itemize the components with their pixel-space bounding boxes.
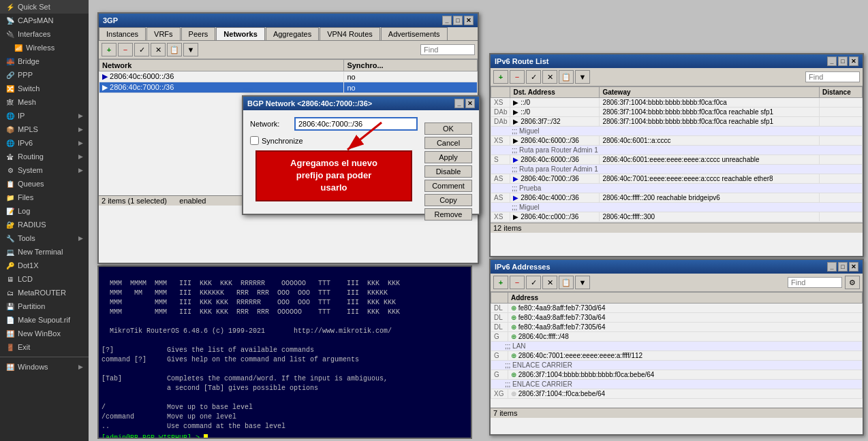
table-row[interactable]: XS ▶ 2806:40c:6000::/36 2806:40c:6001::a…	[491, 136, 863, 146]
synchronize-checkbox[interactable]	[250, 136, 259, 145]
remove-button[interactable]: Remove	[424, 208, 472, 220]
addr-cross-button[interactable]: ✕	[542, 276, 557, 289]
comment-button[interactable]: Comment	[424, 180, 472, 192]
sidebar-item-quick-set[interactable]: ⚡ Quick Set	[0, 0, 89, 14]
sidebar-item-lcd[interactable]: 🖥 LCD	[0, 272, 89, 286]
sidebar-item-files[interactable]: 📁 Files	[0, 191, 89, 204]
table-row[interactable]: AS ▶ 2806:40c:4000::/36 2806:40c:ffff::2…	[491, 193, 863, 203]
addr-add-button[interactable]: +	[493, 276, 508, 289]
sidebar-item-make-supout[interactable]: 📄 Make Supout.rif	[0, 313, 89, 327]
ipv6-minimize-button[interactable]: _	[827, 56, 837, 66]
bgp-dialog-minimize[interactable]: _	[454, 99, 464, 108]
sidebar-item-wireless[interactable]: 📶 Wireless	[0, 41, 89, 54]
sidebar-item-queues[interactable]: 📋 Queues	[0, 177, 89, 191]
bgp-minimize-button[interactable]: _	[442, 16, 452, 25]
addr-settings-button[interactable]: ⚙	[845, 276, 860, 289]
wireless-icon: 📶	[14, 43, 23, 52]
add-button[interactable]: +	[102, 43, 117, 56]
table-row[interactable]: XG ⊕ 2806:3f7:1004::f0ca:bebe/64	[491, 389, 863, 399]
synchronize-area: Synchronize	[250, 136, 418, 145]
ipv6-copy-button[interactable]: 📋	[559, 70, 574, 84]
addr-maximize-button[interactable]: □	[838, 262, 848, 272]
sidebar-item-interfaces[interactable]: 🔌 Interfaces	[0, 27, 89, 41]
table-row[interactable]: XS ▶ 2806:40c:c000::/36 2806:40c:ffff::3…	[491, 212, 863, 222]
table-row[interactable]: G ⊕ 2806:40c:7001:eeee:eeee:eeee:a:ffff/…	[491, 351, 863, 361]
filter-button[interactable]: ▼	[183, 43, 198, 56]
table-row[interactable]: G ⊕ 2806:3f7:1004:bbbb:bbbb:bbbb:f0ca:be…	[491, 370, 863, 380]
sidebar-item-bridge[interactable]: 🌉 Bridge	[0, 54, 89, 68]
sidebar-item-mpls[interactable]: 📦 MPLS ▶	[0, 122, 89, 136]
ipv6-maximize-button[interactable]: □	[838, 56, 848, 66]
sidebar-item-new-terminal[interactable]: 💻 New Terminal	[0, 245, 89, 259]
table-row[interactable]: ▶ 2806:40c:6000::/36 no	[99, 71, 478, 82]
sidebar-item-radius[interactable]: 🔐 RADIUS	[0, 218, 89, 231]
addr-check-button[interactable]: ✓	[526, 276, 541, 289]
ipv6-check-button[interactable]: ✓	[526, 70, 541, 84]
sidebar-item-switch[interactable]: 🔀 Switch	[0, 82, 89, 95]
copy-button[interactable]: 📋	[167, 43, 182, 56]
sidebar-item-tools[interactable]: 🔧 Tools ▶	[0, 231, 89, 245]
bgp-maximize-button[interactable]: □	[453, 16, 463, 25]
switch-icon: 🔀	[5, 84, 15, 93]
tab-vrfs[interactable]: VRFs	[146, 27, 181, 40]
ipv6-filter-button[interactable]: ▼	[575, 70, 590, 84]
cancel-button[interactable]: Cancel	[424, 137, 472, 149]
check-button[interactable]: ✓	[134, 43, 149, 56]
table-row[interactable]: DL ⊕ fe80::4aa9:8aff:feb7:7305/64	[491, 323, 863, 332]
table-row[interactable]: DL ⊕ fe80::4aa9:8aff:feb7:730a/64	[491, 313, 863, 323]
bgp-window-titlebar: 3GP _ □ ✕	[99, 14, 478, 27]
sidebar-item-mesh[interactable]: 🕸 Mesh	[0, 95, 89, 109]
table-row[interactable]: DAb ▶ ::/0 2806:3f7:1004:bbbb:bbbb:bbbb:…	[491, 108, 863, 117]
table-row[interactable]: AS ▶ 2806:40c:7000::/36 2806:40c:7001:ee…	[491, 174, 863, 184]
tab-aggregates[interactable]: Aggregates	[266, 27, 319, 40]
sidebar-item-new-winbox[interactable]: 🪟 New WinBox	[0, 327, 89, 340]
tab-advertisements[interactable]: Advertisements	[381, 27, 448, 40]
table-row[interactable]: XS ▶ ::/0 2806:3f7:1004:bbbb:bbbb:bbbb:f…	[491, 98, 863, 108]
table-row[interactable]: S ▶ 2806:40c:6000::/36 2806:40c:6001:eee…	[491, 155, 863, 165]
addr-copy-button[interactable]: 📋	[559, 276, 574, 289]
ipv6-remove-button[interactable]: −	[510, 70, 525, 84]
copy-button[interactable]: Copy	[424, 194, 472, 206]
sidebar-item-dot1x[interactable]: 🔑 Dot1X	[0, 259, 89, 272]
sidebar-item-metarouter[interactable]: 🗂 MetaROUTER	[0, 286, 89, 299]
table-row[interactable]: G ⊕ 2806:40c:ffff::/48	[491, 332, 863, 342]
remove-button[interactable]: −	[118, 43, 133, 56]
sidebar-item-system[interactable]: ⚙ System ▶	[0, 163, 89, 177]
cross-button[interactable]: ✕	[151, 43, 166, 56]
sidebar-item-log[interactable]: 📝 Log	[0, 204, 89, 218]
addr-close-button[interactable]: ✕	[849, 262, 858, 272]
ipv6-search-input[interactable]	[805, 71, 860, 82]
table-row[interactable]: DAb ▶ 2806:3f7::/32 2806:3f7:1004:bbbb:b…	[491, 117, 863, 127]
sidebar-item-ipv6[interactable]: 🌐 IPv6 ▶	[0, 136, 89, 150]
tab-vpn4routes[interactable]: VPN4 Routes	[320, 27, 380, 40]
addr-remove-button[interactable]: −	[510, 276, 525, 289]
network-field-input[interactable]	[294, 117, 418, 131]
ipv6-cross-button[interactable]: ✕	[542, 70, 557, 84]
bgp-search-input[interactable]	[420, 44, 475, 55]
apply-button[interactable]: Apply	[424, 151, 472, 163]
tab-peers[interactable]: Peers	[181, 27, 216, 40]
tab-instances[interactable]: Instances	[99, 27, 146, 40]
addr-search-input[interactable]	[788, 277, 842, 288]
ipv6-close-button[interactable]: ✕	[849, 56, 858, 66]
sidebar-item-capsman[interactable]: 📡 CAPsMAN	[0, 14, 89, 27]
ipv6-add-button[interactable]: +	[493, 70, 508, 84]
table-row[interactable]: ▶ 2806:40c:7000::/36 no	[99, 82, 478, 93]
sidebar-item-routing[interactable]: 🛣 Routing ▶	[0, 150, 89, 163]
disable-button[interactable]: Disable	[424, 165, 472, 178]
ok-button[interactable]: OK	[424, 122, 472, 135]
sidebar-item-partition[interactable]: 💾 Partition	[0, 299, 89, 313]
bgp-close-button[interactable]: ✕	[464, 16, 474, 25]
table-row[interactable]: DL ⊕ fe80::4aa9:8aff:feb7:730d/64	[491, 304, 863, 313]
sidebar-item-ip[interactable]: 🌐 IP ▶	[0, 109, 89, 122]
sidebar-item-exit[interactable]: 🚪 Exit	[0, 340, 89, 354]
addr-filter-button[interactable]: ▼	[575, 276, 590, 289]
sidebar-item-ppp[interactable]: 🔗 PPP	[0, 68, 89, 82]
bgp-dialog-close[interactable]: ✕	[465, 99, 475, 108]
metarouter-icon: 🗂	[5, 288, 15, 297]
addr-minimize-button[interactable]: _	[827, 262, 837, 272]
addr-status-bar: 7 items	[491, 408, 863, 418]
bgp-enabled-label: enabled	[179, 197, 206, 205]
sidebar-item-windows[interactable]: 🪟 Windows ▶	[0, 360, 89, 374]
tab-networks[interactable]: Networks	[216, 27, 265, 40]
